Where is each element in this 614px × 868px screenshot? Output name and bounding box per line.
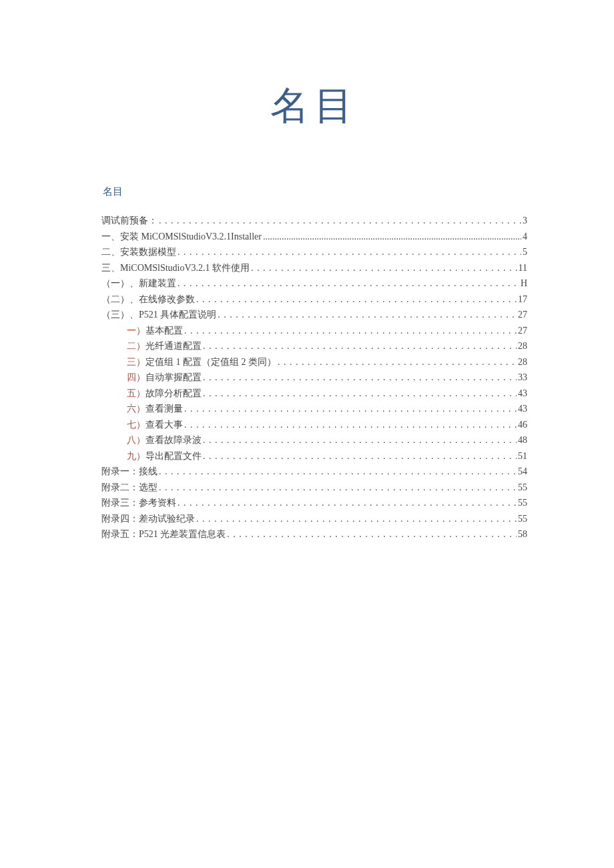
toc-entry-page: 54	[517, 464, 527, 480]
toc-entry-label: 五）故障分析配置	[127, 386, 202, 402]
toc-leader	[176, 276, 519, 292]
toc-entry-page: 28	[517, 354, 527, 371]
toc-entry-page: 11	[517, 260, 527, 277]
document-page: 名目 名目 调试前预备：3一、安装 MiCOMSlStudioV3.2.1Ins…	[0, 0, 614, 543]
toc-entry-label: （一）、新建装置	[101, 276, 176, 292]
toc-entry-label: 附录二：选型	[101, 480, 158, 496]
toc-entry[interactable]: 一、安装 MiCOMSlStudioV3.2.1Installer4	[101, 229, 527, 246]
toc-entry-label: 六）查看测量	[127, 401, 183, 418]
toc-entry-page: 27	[517, 323, 527, 340]
table-of-contents: 调试前预备：3一、安装 MiCOMSlStudioV3.2.1Installer…	[101, 213, 527, 543]
toc-entry[interactable]: 三）定值组 1 配置（定值组 2 类同）28	[101, 354, 527, 371]
toc-entry-label: 附录四：差动试验纪录	[101, 511, 195, 528]
toc-entry-label: 四）自动掌握配置	[127, 370, 202, 386]
toc-entry-label: 一、安装 MiCOMSlStudioV3.2.1Installer	[101, 229, 262, 246]
toc-entry-page: 33	[517, 370, 527, 386]
toc-leader	[183, 417, 517, 434]
toc-entry-label: 二、安装数据模型	[101, 244, 176, 261]
toc-entry-prefix: 四）	[127, 372, 145, 382]
toc-leader	[176, 495, 517, 512]
toc-entry-prefix: 三）	[127, 357, 145, 367]
toc-entry-page: 58	[517, 526, 527, 543]
toc-entry-label: 八）查看故障录波	[127, 432, 202, 449]
toc-entry-page: 43	[517, 401, 527, 418]
toc-entry-page: 55	[517, 511, 527, 528]
toc-entry[interactable]: 附录三：参考资料55	[101, 495, 527, 512]
toc-entry-page: 43	[517, 386, 527, 402]
toc-leader	[202, 432, 517, 449]
toc-entry[interactable]: 九）导出配置文件51	[101, 448, 527, 465]
toc-entry[interactable]: 调试前预备：3	[101, 213, 527, 230]
toc-leader	[195, 511, 517, 528]
toc-leader	[158, 213, 521, 230]
toc-entry-page: 48	[517, 432, 527, 449]
toc-entry-prefix: 六）	[127, 404, 145, 414]
toc-entry-label: 一）基本配置	[127, 323, 183, 340]
toc-entry-label: 三、MiCOMSlStudioV3.2.1 软件使用	[101, 260, 250, 277]
toc-entry-label: 三）定值组 1 配置（定值组 2 类同）	[127, 354, 276, 371]
toc-entry[interactable]: 五）故障分析配置43	[101, 386, 527, 402]
toc-leader	[226, 526, 517, 543]
toc-leader	[202, 338, 517, 355]
toc-entry[interactable]: 四）自动掌握配置33	[101, 370, 527, 386]
toc-leader	[158, 480, 517, 496]
main-title: 名目	[101, 80, 527, 132]
toc-entry-page: 55	[517, 480, 527, 496]
toc-entry-page: 55	[517, 495, 527, 512]
toc-entry-label: 九）导出配置文件	[127, 448, 202, 465]
toc-entry-prefix: 八）	[127, 435, 145, 445]
toc-leader	[202, 386, 517, 402]
toc-leader	[276, 354, 517, 371]
toc-entry[interactable]: （一）、新建装置H	[101, 276, 527, 292]
toc-leader	[195, 292, 517, 308]
toc-entry-prefix: 七）	[127, 420, 145, 430]
toc-leader	[158, 464, 517, 480]
toc-entry-label: （三）、P521 具体配置说明	[101, 307, 216, 324]
toc-entry-label: 附录三：参考资料	[101, 495, 176, 512]
toc-entry-label: 七）查看大事	[127, 417, 183, 434]
toc-entry[interactable]: 附录四：差动试验纪录55	[101, 511, 527, 528]
toc-leader	[183, 323, 517, 340]
toc-entry[interactable]: （二）、在线修改参数17	[101, 292, 527, 308]
toc-entry[interactable]: 八）查看故障录波48	[101, 432, 527, 449]
toc-entry-page: 28	[517, 338, 527, 355]
toc-entry-prefix: 二）	[127, 341, 145, 351]
toc-entry[interactable]: 七）查看大事46	[101, 417, 527, 434]
toc-entry-label: 附录一：接线	[101, 464, 158, 480]
toc-entry-page: 3	[521, 213, 527, 230]
toc-entry-label: （二）、在线修改参数	[101, 292, 195, 308]
toc-leader	[262, 229, 521, 246]
toc-leader	[202, 370, 517, 386]
toc-entry[interactable]: 三、MiCOMSlStudioV3.2.1 软件使用11	[101, 260, 527, 277]
toc-leader	[176, 244, 521, 261]
toc-entry[interactable]: （三）、P521 具体配置说明27	[101, 307, 527, 324]
toc-entry[interactable]: 六）查看测量43	[101, 401, 527, 418]
toc-entry-prefix: 一）	[127, 326, 145, 336]
toc-entry-page: 51	[517, 448, 527, 465]
toc-entry[interactable]: 附录一：接线54	[101, 464, 527, 480]
toc-entry-page: 4	[521, 229, 527, 246]
toc-entry[interactable]: 附录二：选型55	[101, 480, 527, 496]
toc-entry-page: H	[519, 276, 527, 292]
toc-leader	[216, 307, 517, 324]
toc-leader	[202, 448, 517, 465]
toc-entry-page: 27	[517, 307, 527, 324]
toc-entry[interactable]: 附录五：P521 光差装置信息表58	[101, 526, 527, 543]
toc-entry-label: 调试前预备：	[101, 213, 158, 230]
toc-entry-page: 5	[521, 244, 527, 261]
toc-entry-page: 17	[517, 292, 527, 308]
toc-entry-page: 46	[517, 417, 527, 434]
toc-entry-label: 附录五：P521 光差装置信息表	[101, 526, 226, 543]
toc-entry[interactable]: 二）光纤通道配置28	[101, 338, 527, 355]
toc-leader	[250, 260, 517, 277]
toc-leader	[183, 401, 517, 418]
toc-heading: 名目	[103, 185, 527, 198]
toc-entry-prefix: 九）	[127, 451, 145, 461]
toc-entry[interactable]: 二、安装数据模型5	[101, 244, 527, 261]
toc-entry-prefix: 五）	[127, 388, 145, 398]
toc-entry-label: 二）光纤通道配置	[127, 338, 202, 355]
toc-entry[interactable]: 一）基本配置27	[101, 323, 527, 340]
